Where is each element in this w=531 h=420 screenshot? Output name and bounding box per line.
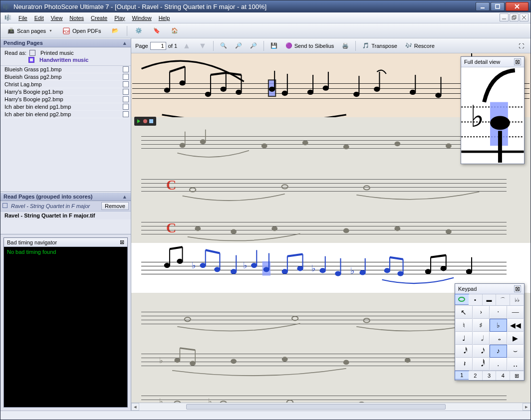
zoom-out-button[interactable]: 🔎 bbox=[248, 41, 260, 50]
menu-help[interactable]: Help bbox=[156, 14, 173, 22]
page-down-button[interactable]: ▼ bbox=[196, 40, 209, 52]
menu-edit[interactable]: Edit bbox=[31, 14, 47, 22]
score-file-row[interactable]: Ravel - String Quartet in F major.tif bbox=[0, 211, 131, 219]
list-item[interactable]: Harry's Boogie pg2.bmp bbox=[0, 96, 131, 103]
window-maximize-button[interactable] bbox=[491, 2, 505, 11]
scrollbar-thumb[interactable] bbox=[186, 404, 446, 410]
keypad-tie[interactable]: ⌣ bbox=[507, 345, 525, 358]
list-item[interactable]: Harry's Boogie pg1.bmp bbox=[0, 88, 131, 96]
menu-play[interactable]: Play bbox=[111, 14, 128, 22]
printed-music-checkbox[interactable] bbox=[29, 50, 35, 56]
scroll-right-button[interactable]: ▸ bbox=[523, 403, 531, 411]
window-minimize-button[interactable] bbox=[476, 2, 490, 11]
keypad-rest[interactable]: 𝄽 bbox=[455, 358, 473, 371]
menu-file[interactable]: File bbox=[15, 14, 30, 22]
rescore-button[interactable]: 🎶 Rescore bbox=[403, 41, 437, 50]
file-checkbox[interactable] bbox=[123, 104, 129, 110]
mdi-restore-button[interactable] bbox=[510, 13, 519, 21]
keypad-tab-5[interactable]: ♭♭ bbox=[510, 294, 524, 305]
keypad-layout-toggle[interactable]: ⊞ bbox=[510, 371, 524, 380]
list-item[interactable]: Christ Lag.bmp bbox=[0, 81, 131, 88]
file-checkbox[interactable] bbox=[123, 89, 129, 95]
keypad-64th-note[interactable]: 𝅘𝅥𝅱 bbox=[473, 358, 490, 371]
send-to-sibelius-button[interactable]: 🟣 Send to Sibelius bbox=[283, 41, 337, 50]
menu-notes[interactable]: Notes bbox=[66, 14, 87, 22]
mdi-close-button[interactable] bbox=[520, 13, 529, 21]
keypad-tab-2[interactable]: ▪ bbox=[469, 294, 483, 305]
file-name: Blueish Grass pg1.bmp bbox=[4, 66, 123, 72]
transpose-button[interactable]: 🎵 Transpose bbox=[360, 41, 400, 50]
recognized-staff[interactable]: C bbox=[131, 160, 531, 203]
list-item[interactable]: Ich aber bin elend pg1.bmp bbox=[0, 103, 131, 111]
pending-pages-header[interactable]: Pending Pages ▴ bbox=[0, 38, 131, 47]
horizontal-scrollbar[interactable]: ◂ ▸ bbox=[131, 403, 531, 411]
read-pages-header[interactable]: Read Pages (grouped into scores) ▴ bbox=[0, 192, 131, 201]
list-item[interactable]: Blueish Grass pg1.bmp bbox=[0, 66, 131, 73]
keypad-flat[interactable]: ♭ bbox=[490, 319, 507, 332]
open-file-button[interactable]: 📂 bbox=[108, 25, 123, 36]
print-button[interactable]: 🖨️ bbox=[339, 41, 351, 50]
home-button[interactable]: 🏠 bbox=[167, 25, 182, 36]
read-as-options: Read as: Printed music Handwritten music bbox=[0, 47, 131, 66]
mdi-minimize-button[interactable] bbox=[500, 13, 509, 21]
scan-pages-button[interactable]: 📠 Scan pages ▼ bbox=[3, 25, 56, 36]
keypad-8th-note[interactable]: ♪ bbox=[490, 345, 507, 358]
fullscreen-button[interactable]: ⛶ bbox=[516, 41, 527, 50]
full-detail-close-icon[interactable]: ⊠ bbox=[514, 58, 521, 65]
list-item[interactable]: Blueish Grass pg2.bmp bbox=[0, 73, 131, 81]
zoom-in-button[interactable]: 🔎 bbox=[233, 41, 245, 50]
keypad-tab-3[interactable]: ▬ bbox=[483, 294, 497, 305]
file-checkbox[interactable] bbox=[123, 81, 129, 87]
keypad-quarter-note[interactable]: ♩ bbox=[455, 332, 473, 345]
handwritten-music-checkbox[interactable] bbox=[28, 57, 34, 63]
playback-controls[interactable] bbox=[134, 117, 156, 126]
menu-window[interactable]: Window bbox=[129, 14, 155, 22]
keypad-rewind[interactable]: ◀◀ bbox=[507, 319, 525, 332]
open-pdfs-button[interactable]: PDF Open PDFs bbox=[59, 25, 104, 36]
menu-view[interactable]: View bbox=[48, 14, 66, 22]
store-button[interactable]: 🔖 bbox=[149, 25, 164, 36]
page-number-input[interactable] bbox=[150, 42, 166, 50]
keypad-cursor[interactable]: ↖ bbox=[455, 306, 473, 319]
settings-button[interactable]: ⚙️ bbox=[131, 25, 146, 36]
keypad-panel[interactable]: Keypad ⊠ ▪ ▬ ⌒ ♭♭ ↖ › · — bbox=[455, 283, 525, 381]
keypad-tab-1[interactable] bbox=[455, 294, 469, 305]
keypad-32nd-note[interactable]: 𝅘𝅥𝅰 bbox=[455, 345, 473, 358]
file-checkbox[interactable] bbox=[123, 111, 129, 117]
keypad-close-icon[interactable]: ⊠ bbox=[514, 285, 521, 292]
keypad-natural[interactable]: ♮ bbox=[455, 319, 473, 332]
score-collapse-toggle[interactable] bbox=[2, 203, 7, 208]
remove-score-button[interactable]: Remove bbox=[101, 202, 129, 210]
file-checkbox[interactable] bbox=[123, 96, 129, 102]
zoom-tool-button[interactable]: 🔍 bbox=[218, 41, 230, 50]
file-checkbox[interactable] bbox=[123, 66, 129, 72]
score-name[interactable]: Ravel - String Quartet in F major bbox=[11, 203, 90, 209]
full-detail-panel[interactable]: Full detail view ⊠ bbox=[461, 56, 525, 164]
keypad-tab-4[interactable]: ⌒ bbox=[496, 294, 510, 305]
keypad-double-dot[interactable]: ‥ bbox=[507, 358, 525, 371]
scroll-left-button[interactable]: ◂ bbox=[131, 403, 139, 411]
keypad-voice-2[interactable]: 2 bbox=[469, 371, 483, 380]
save-button[interactable]: 💾 bbox=[268, 41, 280, 50]
score-view[interactable]: C C bbox=[131, 53, 531, 403]
keypad-play[interactable]: ▶ bbox=[507, 332, 525, 345]
keypad-tenuto[interactable]: — bbox=[507, 306, 525, 319]
recognized-staff[interactable]: C bbox=[131, 203, 531, 243]
bad-timing-close-icon[interactable]: ⊠ bbox=[120, 239, 124, 245]
keypad-whole-note[interactable]: 𝅝 bbox=[490, 332, 507, 345]
svg-point-123 bbox=[459, 297, 465, 301]
keypad-voice-3[interactable]: 3 bbox=[483, 371, 497, 380]
window-close-button[interactable] bbox=[506, 2, 529, 11]
list-item[interactable]: Ich aber bin elend pg2.bmp bbox=[0, 111, 131, 118]
keypad-voice-1[interactable]: 1 bbox=[455, 371, 469, 380]
page-up-button[interactable]: ▲ bbox=[180, 40, 193, 52]
keypad-voice-4[interactable]: 4 bbox=[496, 371, 510, 380]
menu-create[interactable]: Create bbox=[88, 14, 110, 22]
file-checkbox[interactable] bbox=[123, 74, 129, 80]
keypad-dot[interactable]: . bbox=[490, 358, 507, 371]
keypad-half-note[interactable]: 𝅗𝅥 bbox=[473, 332, 490, 345]
keypad-16th-note[interactable]: 𝅘𝅥𝅯 bbox=[473, 345, 490, 358]
keypad-sharp[interactable]: ♯ bbox=[473, 319, 490, 332]
keypad-accent[interactable]: › bbox=[473, 306, 490, 319]
keypad-staccato[interactable]: · bbox=[490, 306, 507, 319]
